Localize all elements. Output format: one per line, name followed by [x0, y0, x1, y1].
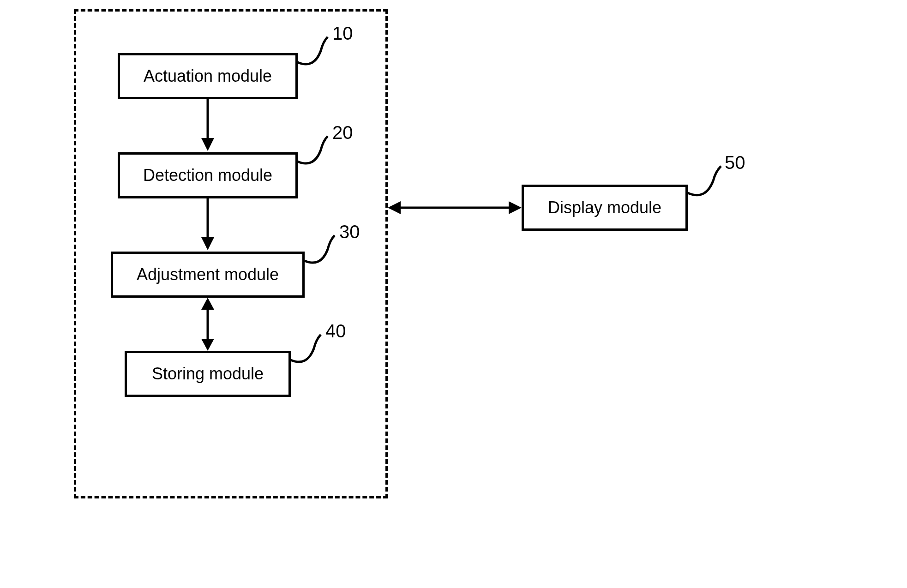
- storing-module: Storing module: [125, 351, 291, 397]
- adjustment-label: Adjustment module: [137, 265, 279, 284]
- diagram-canvas: Actuation module 10 Detection module 20 …: [0, 0, 907, 588]
- svg-marker-3: [201, 237, 214, 250]
- adjustment-ref: 30: [339, 222, 360, 242]
- storing-ref: 40: [325, 321, 346, 342]
- svg-marker-1: [201, 138, 214, 151]
- actuation-label: Actuation module: [144, 66, 272, 86]
- actuation-ref: 10: [332, 23, 353, 44]
- display-label: Display module: [548, 198, 661, 217]
- arrow-adjustment-storing: [198, 298, 217, 353]
- detection-label: Detection module: [143, 166, 272, 185]
- detection-module: Detection module: [118, 152, 298, 198]
- arrow-actuation-detection: [198, 99, 217, 155]
- arrow-box-display: [388, 198, 522, 217]
- display-ref: 50: [725, 152, 745, 173]
- adjustment-module: Adjustment module: [111, 252, 305, 298]
- detection-ref: 20: [332, 122, 353, 143]
- display-module: Display module: [522, 185, 688, 231]
- svg-marker-9: [509, 201, 522, 214]
- storing-label: Storing module: [152, 364, 264, 384]
- arrow-detection-adjustment: [198, 198, 217, 254]
- svg-marker-6: [201, 339, 214, 351]
- actuation-module: Actuation module: [118, 53, 298, 99]
